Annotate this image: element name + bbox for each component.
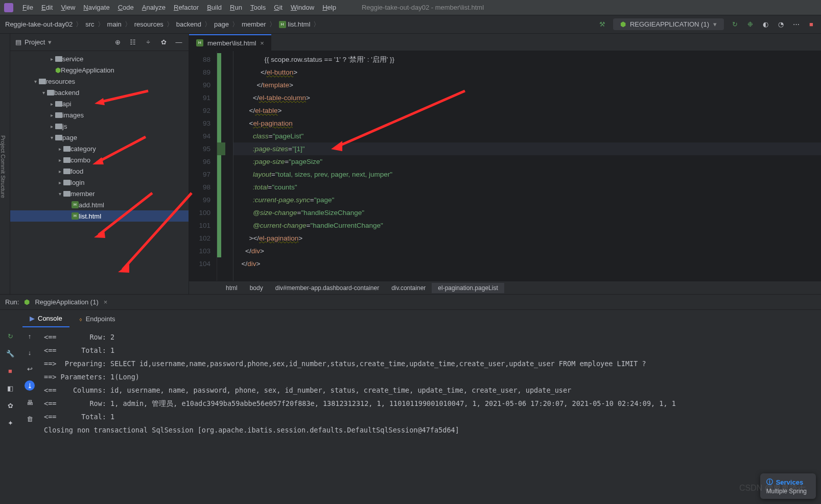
console-tab[interactable]: ▶ Console <box>22 310 69 327</box>
stop-icon[interactable]: ■ <box>807 20 816 29</box>
tree-arrow-icon[interactable]: ▾ <box>56 191 63 197</box>
line-number[interactable]: 100 <box>189 206 210 219</box>
tree-node-add-html[interactable]: H add.html <box>10 199 189 210</box>
menu-help[interactable]: Help <box>318 2 340 13</box>
tree-node-backend[interactable]: ▾ backend <box>10 87 189 98</box>
menu-refactor[interactable]: Refactor <box>170 2 203 13</box>
tree-arrow-icon[interactable]: ▸ <box>56 180 63 185</box>
line-number-gutter[interactable]: 888990919293949596979899100101102103104 <box>189 51 217 281</box>
tree-arrow-icon[interactable]: ▸ <box>56 169 63 174</box>
line-number[interactable]: 98 <box>189 181 210 194</box>
code-line-98[interactable]: :total="counts" <box>233 181 821 194</box>
build-hammer-icon[interactable]: ⚒ <box>598 20 607 29</box>
code-line-99[interactable]: :current-page.sync="page" <box>233 194 821 206</box>
code-line-97[interactable]: layout="total, sizes, prev, pager, next,… <box>233 168 821 181</box>
menu-git[interactable]: Git <box>270 2 287 13</box>
profiler-icon[interactable]: ◔ <box>776 20 785 29</box>
code-text[interactable]: {{ scope.row.status == '1' ? '禁用' : '启用'… <box>233 51 821 281</box>
code-line-93[interactable]: <el-pagination <box>233 117 821 130</box>
tree-node-food[interactable]: ▸ food <box>10 165 189 177</box>
tree-node-combo[interactable]: ▸ combo <box>10 154 189 165</box>
tools-icon[interactable]: 🔧 <box>6 349 15 358</box>
tree-arrow-icon[interactable]: ▸ <box>48 124 55 129</box>
tree-node-category[interactable]: ▸ category <box>10 143 189 154</box>
breadcrumb-segment[interactable]: main <box>107 20 122 28</box>
scroll-down-icon[interactable]: ↓ <box>25 348 34 357</box>
tree-arrow-icon[interactable]: ▸ <box>56 157 63 163</box>
scroll-to-end-icon[interactable]: ⤓ <box>25 380 35 391</box>
line-number[interactable]: 92 <box>189 104 210 117</box>
code-line-92[interactable]: </el-table> <box>233 104 821 117</box>
line-number[interactable]: 97 <box>189 168 210 181</box>
hide-icon[interactable]: — <box>174 38 183 47</box>
editor-crumb-2[interactable]: div#member-app.dashboard-container <box>269 283 385 293</box>
code-line-88[interactable]: {{ scope.row.status == '1' ? '禁用' : '启用'… <box>233 53 821 66</box>
code-line-101[interactable]: @current-change="handleCurrentChange" <box>233 219 821 232</box>
fold-gutter[interactable] <box>221 51 233 281</box>
line-number[interactable]: 94 <box>189 130 210 142</box>
line-number[interactable]: 104 <box>189 257 210 270</box>
menu-tools[interactable]: Tools <box>246 2 270 13</box>
tree-node-login[interactable]: ▸ login <box>10 177 189 188</box>
line-number[interactable]: 102 <box>189 232 210 245</box>
menu-run[interactable]: Run <box>226 2 246 13</box>
code-line-104[interactable]: </div> <box>233 257 821 270</box>
code-line-90[interactable]: </template> <box>233 79 821 91</box>
collapse-all-icon[interactable]: ÷ <box>144 38 153 47</box>
menu-edit[interactable]: Edit <box>37 2 57 13</box>
run-configuration-selector[interactable]: ⬢ REGGIEAPPLICATION (1) ▾ <box>613 18 724 30</box>
line-number[interactable]: 93 <box>189 117 210 130</box>
endpoints-tab[interactable]: ⬨ Endpoints <box>72 311 123 327</box>
menu-file[interactable]: File <box>18 2 37 13</box>
menu-view[interactable]: View <box>57 2 79 13</box>
stop-icon[interactable]: ■ <box>6 366 15 375</box>
code-line-89[interactable]: </el-button> <box>233 66 821 79</box>
tree-arrow-icon[interactable]: ▸ <box>48 56 55 62</box>
breadcrumb-segment[interactable]: src <box>85 20 94 28</box>
line-number[interactable]: 88 <box>189 53 210 66</box>
code-line-94[interactable]: class="pageList" <box>233 130 821 142</box>
tree-node-page[interactable]: ▾ page <box>10 132 189 143</box>
line-number[interactable]: 99 <box>189 194 210 206</box>
coverage-icon[interactable]: ◐ <box>761 20 770 29</box>
tree-node-js[interactable]: ▸ js <box>10 121 189 132</box>
print-icon[interactable]: 🖶 <box>25 398 34 407</box>
breadcrumb-segment[interactable]: H list.html <box>279 20 311 29</box>
code-line-95[interactable]: :page-sizes="[1]" <box>233 142 821 155</box>
clear-all-icon[interactable]: 🗑 <box>25 414 34 423</box>
tree-node-images[interactable]: ▸ images <box>10 109 189 121</box>
tree-arrow-icon[interactable]: ▾ <box>40 90 47 95</box>
line-number[interactable]: 101 <box>189 219 210 232</box>
code-line-96[interactable]: :page-size="pageSize" <box>233 155 821 168</box>
tree-node-member[interactable]: ▾ member <box>10 188 189 199</box>
close-icon[interactable]: × <box>260 39 264 47</box>
tree-arrow-icon[interactable]: ▸ <box>48 101 55 107</box>
line-number[interactable]: 91 <box>189 91 210 104</box>
rerun-icon[interactable]: ↻ <box>6 331 15 341</box>
run-config-name[interactable]: ReggieApplication (1) <box>35 298 98 306</box>
code-line-102[interactable]: ></el-pagination> <box>233 232 821 245</box>
left-tool-strip[interactable]: Project Commit Structure <box>0 34 10 294</box>
tree-arrow-icon[interactable]: ▾ <box>32 79 39 84</box>
editor-breadcrumbs[interactable]: htmlbodydiv#member-app.dashboard-contain… <box>189 281 821 294</box>
more-actions-icon[interactable]: ⋯ <box>791 20 801 29</box>
breadcrumb-segment[interactable]: page <box>214 20 229 28</box>
close-icon[interactable]: × <box>104 298 108 306</box>
breadcrumb[interactable]: Reggie-take-out-day02〉src〉main〉resources… <box>5 20 320 29</box>
settings-gear-icon[interactable]: ✿ <box>159 38 168 47</box>
pin-icon[interactable]: ✦ <box>6 418 15 427</box>
editor-crumb-0[interactable]: html <box>220 283 244 293</box>
services-notification[interactable]: ⓘ Services Multiple Spring <box>760 473 816 499</box>
editor-crumb-1[interactable]: body <box>244 283 269 293</box>
breadcrumb-segment[interactable]: Reggie-take-out-day02 <box>5 20 73 28</box>
line-number[interactable]: 103 <box>189 245 210 257</box>
menu-window[interactable]: Window <box>287 2 318 13</box>
project-tree[interactable]: ▸ service⬢ ReggieApplication▾ resources▾… <box>10 51 189 294</box>
editor-crumb-3[interactable]: div.container <box>385 283 432 293</box>
code-line-100[interactable]: @size-change="handleSizeChange" <box>233 206 821 219</box>
breadcrumb-segment[interactable]: backend <box>176 20 201 28</box>
line-number[interactable]: 96 <box>189 155 210 168</box>
code-line-103[interactable]: </div> <box>233 245 821 257</box>
layout-gear-icon[interactable]: ✿ <box>6 401 15 410</box>
tree-arrow-icon[interactable]: ▾ <box>48 135 55 140</box>
